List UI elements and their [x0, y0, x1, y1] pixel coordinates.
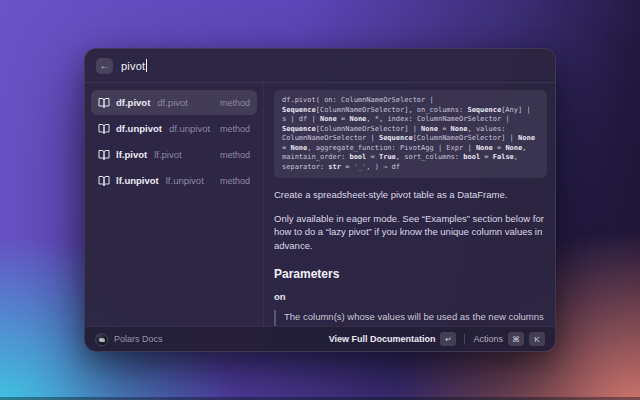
list-item-badge: method: [220, 176, 250, 186]
description-paragraph: Create a spreadsheet-style pivot table a…: [274, 188, 547, 202]
footer-separator: [464, 334, 465, 344]
search-query-text: pivot: [121, 60, 145, 72]
search-input[interactable]: pivot: [121, 59, 147, 72]
list-item-df-pivot[interactable]: df.pivot df.pivot method: [91, 90, 257, 115]
list-item-subtitle: lf.unpivot: [166, 175, 204, 186]
book-icon: [98, 123, 110, 135]
parameter-description: The column(s) whose values will be used …: [274, 310, 547, 326]
polars-docs-search-window: ← pivot df.pivot df.pivot method: [84, 48, 556, 352]
list-item-badge: method: [220, 98, 250, 108]
parameters-heading: Parameters: [274, 267, 547, 281]
back-button[interactable]: ←: [96, 58, 113, 74]
description-paragraph: Only available in eager mode. See “Examp…: [274, 212, 547, 253]
signature-code-block: df.pivot( on: ColumnNameOrSelector | Seq…: [274, 90, 547, 178]
book-icon: [98, 175, 110, 187]
enter-key-icon: ↵: [440, 332, 456, 346]
footer-app-info: Polars Docs: [95, 333, 163, 346]
detail-pane[interactable]: df.pivot( on: ColumnNameOrSelector | Seq…: [263, 83, 555, 326]
list-item-title: df.unpivot: [116, 123, 162, 134]
list-item-lf-unpivot[interactable]: lf.unpivot lf.unpivot method: [91, 168, 257, 193]
list-item-title: df.pivot: [116, 97, 150, 108]
book-icon: [98, 97, 110, 109]
book-icon: [98, 149, 110, 161]
app-name: Polars Docs: [114, 334, 163, 344]
list-item-lf-pivot[interactable]: lf.pivot lf.pivot method: [91, 142, 257, 167]
view-full-documentation-button[interactable]: View Full Documentation: [329, 334, 436, 344]
actions-button[interactable]: Actions: [473, 334, 503, 344]
k-key-icon: K: [529, 332, 545, 346]
desktop-wallpaper: ← pivot df.pivot df.pivot method: [0, 0, 640, 400]
polars-logo-icon: [95, 333, 108, 346]
list-item-subtitle: lf.pivot: [154, 149, 181, 160]
list-item-title: lf.unpivot: [116, 175, 159, 186]
list-item-subtitle: df.unpivot: [169, 123, 210, 134]
list-item-df-unpivot[interactable]: df.unpivot df.unpivot method: [91, 116, 257, 141]
results-list: df.pivot df.pivot method df.unpivot df.u…: [85, 83, 263, 326]
list-item-badge: method: [220, 150, 250, 160]
footer-actions: View Full Documentation ↵ Actions ⌘ K: [329, 332, 545, 346]
window-body: df.pivot df.pivot method df.unpivot df.u…: [85, 83, 555, 326]
parameter-name: on: [274, 291, 547, 302]
list-item-title: lf.pivot: [116, 149, 147, 160]
footer-action-bar: Polars Docs View Full Documentation ↵ Ac…: [85, 326, 555, 351]
search-bar: ← pivot: [85, 49, 555, 83]
text-cursor: [146, 59, 147, 72]
command-key-icon: ⌘: [508, 332, 524, 346]
back-arrow-icon: ←: [100, 61, 110, 71]
list-item-subtitle: df.pivot: [157, 97, 188, 108]
list-item-badge: method: [220, 124, 250, 134]
